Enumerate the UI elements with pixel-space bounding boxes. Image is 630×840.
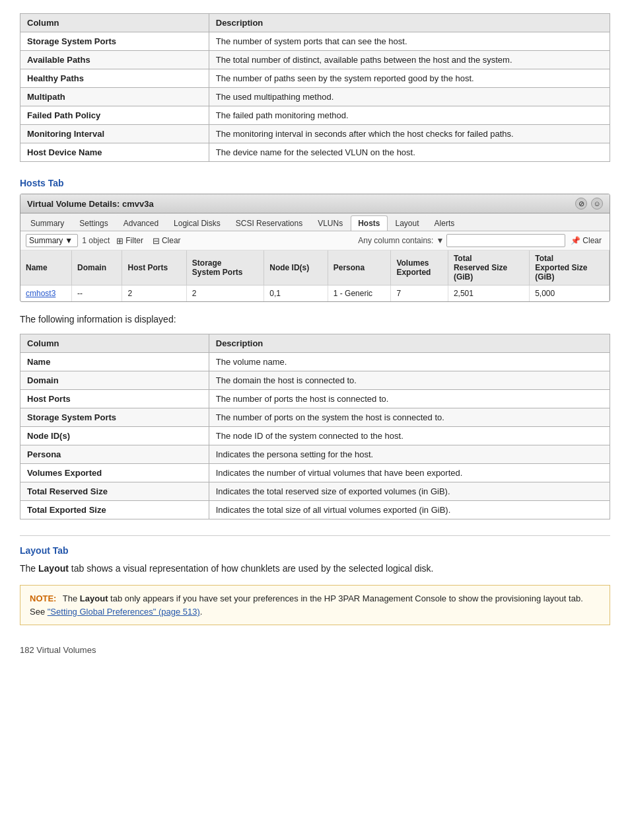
- bottom-table-row: DomainThe domain the host is connected t…: [20, 371, 610, 390]
- top-row-col2: The number of system ports that can see …: [209, 32, 610, 51]
- bottom-row-col1: Name: [20, 353, 209, 371]
- clear1-icon: ⊟: [153, 236, 160, 246]
- grid-col-header: Storage System Ports: [186, 250, 263, 286]
- bottom-row-col2: Indicates the persona setting for the ho…: [209, 445, 610, 464]
- filter-label: Filter: [125, 236, 143, 245]
- filter-icon: ⊞: [116, 236, 123, 246]
- layout-desc-text-before: The: [20, 563, 38, 574]
- top-table-row: Storage System PortsThe number of system…: [20, 32, 610, 51]
- bottom-row-col2: Indicates the number of virtual volumes …: [209, 464, 610, 482]
- top-row-col1: Multipath: [20, 88, 209, 106]
- bottom-table-row: Host PortsThe number of ports the host i…: [20, 390, 610, 408]
- bottom-table-row: NameThe volume name.: [20, 353, 610, 371]
- top-row-col2: The monitoring interval in seconds after…: [209, 125, 610, 143]
- note-label: NOTE:: [30, 593, 56, 603]
- grid-cell: 2: [186, 286, 263, 302]
- vv-maximize-icon[interactable]: ☺: [591, 198, 603, 210]
- filter-button[interactable]: ⊞ Filter: [114, 235, 146, 247]
- bottom-row-col2: The domain the host is connected to.: [209, 371, 610, 390]
- any-col-label: Any column contains:: [358, 236, 433, 245]
- vv-grid-content: NameDomainHost PortsStorage System Ports…: [20, 250, 610, 301]
- top-table-col1-header: Column: [20, 14, 209, 32]
- footer-text: 182 Virtual Volumes: [20, 645, 96, 655]
- top-row-col1: Failed Path Policy: [20, 106, 209, 125]
- vv-tab-settings[interactable]: Settings: [72, 215, 115, 231]
- top-table-col2-header: Description: [209, 14, 610, 32]
- bottom-table-row: Node ID(s)The node ID of the system conn…: [20, 427, 610, 445]
- pin-icon: 📌: [571, 236, 580, 245]
- vv-toolbar: Summary ▼ 1 object ⊞ Filter ⊟ Clear Any …: [20, 231, 610, 250]
- bottom-column-table: Column Description NameThe volume name.D…: [20, 334, 610, 519]
- top-column-table: Column Description Storage System PortsT…: [20, 13, 610, 162]
- bottom-row-col1: Domain: [20, 371, 209, 390]
- bottom-table-row: Total Reserved SizeIndicates the total r…: [20, 482, 610, 501]
- bottom-row-col1: Storage System Ports: [20, 408, 209, 427]
- bottom-row-col1: Node ID(s): [20, 427, 209, 445]
- top-table-row: Available PathsThe total number of disti…: [20, 51, 610, 69]
- bottom-row-col1: Host Ports: [20, 390, 209, 408]
- clear1-button[interactable]: ⊟ Clear: [150, 235, 184, 247]
- page-footer: 182 Virtual Volumes: [20, 645, 610, 655]
- hosts-tab-heading: Hosts Tab: [20, 178, 610, 188]
- bottom-row-col1: Total Reserved Size: [20, 482, 209, 501]
- grid-cell: 0,1: [264, 286, 328, 302]
- vv-tab-layout[interactable]: Layout: [388, 215, 427, 231]
- object-count-label: 1 object: [82, 236, 110, 245]
- note-text-before: The: [60, 593, 79, 603]
- grid-cell: 2: [122, 286, 186, 302]
- layout-tab-description: The Layout tab shows a visual representa…: [20, 561, 610, 576]
- bottom-row-col1: Total Exported Size: [20, 501, 209, 519]
- top-table-row: Host Device NameThe device name for the …: [20, 143, 610, 162]
- top-row-col2: The failed path monitoring method.: [209, 106, 610, 125]
- vv-tab-alerts[interactable]: Alerts: [427, 215, 462, 231]
- grid-col-header: Total Exported Size (GiB): [530, 250, 610, 286]
- top-row-col2: The total number of distinct, available …: [209, 51, 610, 69]
- bottom-row-col2: Indicates the total size of all virtual …: [209, 501, 610, 519]
- top-table-row: Healthy PathsThe number of paths seen by…: [20, 69, 610, 88]
- note-link[interactable]: "Setting Global Preferences" (page 513): [48, 607, 200, 617]
- layout-desc-text-middle: tab shows a visual representation of how…: [69, 563, 434, 574]
- bottom-table-row: Storage System PortsThe number of ports …: [20, 408, 610, 427]
- vv-tab-scsi-reservations[interactable]: SCSI Reservations: [228, 215, 310, 231]
- note-bold2: Layout: [80, 593, 108, 603]
- any-col-contains-area: Any column contains: ▼ 📌 Clear: [358, 234, 604, 247]
- top-row-col1: Host Device Name: [20, 143, 209, 162]
- any-col-dropdown-arrow[interactable]: ▼: [436, 236, 444, 245]
- grid-cell[interactable]: cmhost3: [20, 286, 72, 302]
- bottom-table-col1-header: Column: [20, 334, 209, 353]
- bottom-table-row: Volumes ExportedIndicates the number of …: [20, 464, 610, 482]
- vv-panel-icons: ⊘ ☺: [575, 198, 603, 210]
- vv-tab-advanced[interactable]: Advanced: [116, 215, 166, 231]
- vv-tab-vluns[interactable]: VLUNs: [310, 215, 350, 231]
- note-period: .: [200, 607, 203, 617]
- grid-col-header: Name: [20, 250, 72, 286]
- clear1-label: Clear: [162, 236, 181, 245]
- top-row-col2: The used multipathing method.: [209, 88, 610, 106]
- clear2-button[interactable]: 📌 Clear: [568, 235, 604, 247]
- note-box: NOTE: The Layout tab only appears if you…: [20, 585, 610, 625]
- layout-bold1: Layout: [38, 563, 69, 574]
- grid-col-header: Volumes Exported: [391, 250, 448, 286]
- bottom-row-col2: The number of ports the host is connecte…: [209, 390, 610, 408]
- grid-col-header: Host Ports: [122, 250, 186, 286]
- top-table-row: Monitoring IntervalThe monitoring interv…: [20, 125, 610, 143]
- vv-details-panel: Virtual Volume Details: cmvv3a ⊘ ☺ Summa…: [20, 194, 610, 302]
- grid-col-header: Node ID(s): [264, 250, 328, 286]
- vv-tab-summary[interactable]: Summary: [23, 215, 71, 231]
- bottom-row-col1: Volumes Exported: [20, 464, 209, 482]
- vv-tab-hosts[interactable]: Hosts: [351, 215, 387, 231]
- top-row-col1: Healthy Paths: [20, 69, 209, 88]
- section-divider: [20, 535, 610, 536]
- vv-tab-logical-disks[interactable]: Logical Disks: [166, 215, 228, 231]
- grid-col-header: Total Reserved Size (GiB): [448, 250, 529, 286]
- vv-minimize-icon[interactable]: ⊘: [575, 198, 587, 210]
- grid-cell: --: [72, 286, 122, 302]
- any-col-input[interactable]: [446, 234, 565, 247]
- grid-col-header: Domain: [72, 250, 122, 286]
- hosts-tab-section: Hosts Tab Virtual Volume Details: cmvv3a…: [20, 178, 610, 302]
- vv-panel-titlebar: Virtual Volume Details: cmvv3a ⊘ ☺: [20, 194, 610, 213]
- bottom-row-col2: Indicates the total reserved size of exp…: [209, 482, 610, 501]
- summary-dropdown-label: Summary: [29, 236, 63, 245]
- top-row-col1: Monitoring Interval: [20, 125, 209, 143]
- summary-dropdown[interactable]: Summary ▼: [26, 234, 78, 247]
